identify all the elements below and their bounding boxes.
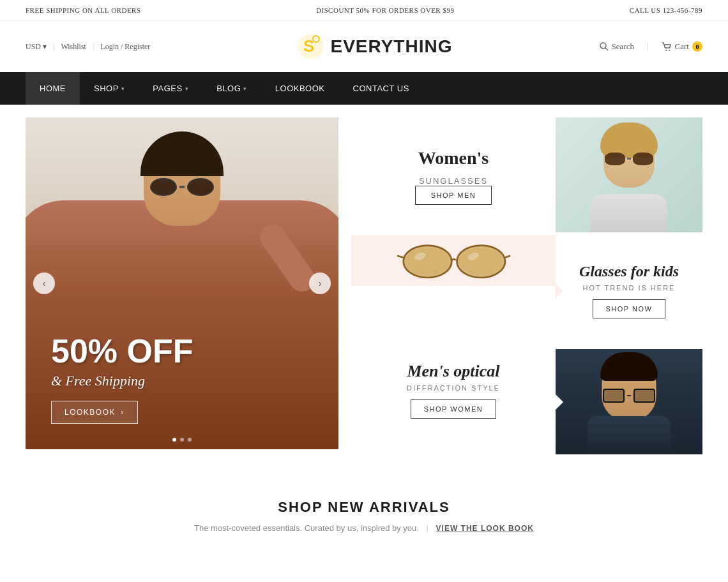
nav-shop[interactable]: SHOP ▾	[80, 72, 139, 105]
header: USD ▾ | Wishlist | Login / Register S EV…	[0, 21, 728, 72]
shop-men-button[interactable]: SHOP MEN	[415, 186, 492, 205]
kids-text-panel: Glasses for kids HOT TREND IS HERE SHOP …	[556, 235, 702, 347]
svg-point-10	[459, 248, 503, 275]
nav-lookbook[interactable]: LOOKBOOK	[261, 72, 339, 105]
shop-chevron: ▾	[121, 86, 125, 92]
header-divider: |	[647, 41, 649, 52]
pages-chevron: ▾	[185, 86, 189, 92]
topbar-left: FREE SHIPPING ON ALL ORDERS	[26, 6, 141, 14]
mens-arrow	[556, 394, 563, 410]
slider-dots	[172, 438, 192, 442]
mens-text-panel: Men's optical DIFFRACTION STYLE SHOP WOM…	[351, 349, 556, 431]
hero-section: 50% OFF & Free Shipping LOOKBOOK › ‹ ›	[0, 105, 728, 467]
svg-line-4	[605, 48, 608, 50]
logo[interactable]: S EVERYTHING	[297, 33, 452, 61]
women-title: Women's	[418, 148, 489, 168]
svg-point-6	[669, 50, 670, 51]
main-nav: HOME SHOP ▾ PAGES ▾ BLOG ▾ LOOKBOOK CONT…	[0, 72, 728, 105]
slider-image: 50% OFF & Free Shipping LOOKBOOK ›	[26, 117, 338, 449]
search-label: Search	[612, 41, 634, 52]
cart-label: Cart	[675, 41, 689, 52]
dot-1[interactable]	[172, 438, 176, 442]
nav-home[interactable]: HOME	[26, 72, 80, 105]
svg-point-8	[406, 248, 449, 275]
header-left: USD ▾ | Wishlist | Login / Register	[26, 42, 150, 52]
dot-3[interactable]	[188, 438, 192, 442]
blog-chevron: ▾	[243, 86, 247, 92]
view-lookbook-link[interactable]: VIEW THE LOOK BOOK	[436, 524, 534, 533]
wishlist-link[interactable]: Wishlist	[61, 42, 86, 52]
lookbook-arrow: ›	[121, 408, 125, 417]
cart-icon	[662, 42, 672, 51]
slider-prev[interactable]: ‹	[33, 272, 55, 294]
login-link[interactable]: Login / Register	[100, 42, 150, 52]
currency-chevron: ▾	[43, 42, 47, 52]
man-image	[556, 349, 702, 454]
nav-contact[interactable]: CONTACT US	[339, 72, 423, 105]
slider-text: 50% OFF & Free Shipping LOOKBOOK ›	[51, 334, 313, 424]
slider-next[interactable]: ›	[309, 272, 331, 294]
currency-label: USD	[26, 42, 41, 52]
lookbook-button[interactable]: LOOKBOOK ›	[51, 401, 138, 424]
kids-subtitle: HOT TREND IS HERE	[583, 284, 676, 292]
glasses-panel-wrapper	[351, 235, 556, 347]
search-area[interactable]: Search	[600, 41, 634, 52]
shop-women-button[interactable]: SHOP WOMEN	[411, 399, 496, 419]
search-icon	[600, 42, 609, 51]
svg-line-11	[397, 256, 404, 258]
top-bar: FREE SHIPPING ON ALL ORDERS DISCOUNT 50%…	[0, 0, 728, 21]
tagline-pipe: |	[427, 523, 428, 533]
glasses-panel	[351, 235, 556, 286]
logo-icon: S	[297, 33, 325, 61]
svg-line-12	[505, 256, 510, 258]
topbar-center: DISCOUNT 50% FOR ORDERS OVER $99	[316, 6, 455, 14]
logo-text: EVERYTHING	[330, 36, 452, 57]
women-text-panel: Women's SUNGLASSES SHOP MEN	[351, 117, 556, 232]
kids-title: Glasses for kids	[579, 263, 679, 280]
mens-row: Men's optical DIFFRACTION STYLE SHOP WOM…	[351, 349, 702, 454]
glasses-image	[396, 235, 511, 286]
shop-now-button[interactable]: SHOP NOW	[593, 299, 666, 318]
separator-1: |	[53, 42, 54, 52]
right-panels: Women's SUNGLASSES SHOP MEN	[338, 117, 702, 454]
nav-blog[interactable]: BLOG ▾	[202, 72, 261, 105]
dot-2[interactable]	[180, 438, 184, 442]
bottom-section: SHOP NEW ARRIVALS The most-coveted essen…	[0, 467, 728, 552]
tagline: The most-coveted essentials. Curated by …	[26, 523, 702, 533]
women-row: Women's SUNGLASSES SHOP MEN	[351, 117, 702, 232]
women-image	[556, 117, 702, 232]
man-image-panel	[556, 349, 702, 454]
cart-badge: 0	[692, 41, 702, 52]
currency-selector[interactable]: USD ▾	[26, 42, 47, 52]
mens-text-wrapper: Men's optical DIFFRACTION STYLE SHOP WOM…	[351, 349, 556, 454]
shop-arrivals-title: SHOP NEW ARRIVALS	[26, 499, 702, 516]
svg-point-3	[600, 43, 606, 48]
kids-row: Glasses for kids HOT TREND IS HERE SHOP …	[351, 235, 702, 347]
women-subtitle: SUNGLASSES	[419, 176, 488, 186]
tagline-text: The most-coveted essentials. Curated by …	[194, 523, 419, 533]
women-image-panel	[556, 117, 702, 232]
glasses-arrow	[556, 283, 563, 299]
svg-point-5	[665, 50, 667, 51]
topbar-right: CALL US 123-456-789	[630, 6, 702, 14]
mens-subtitle: DIFFRACTION STYLE	[407, 384, 500, 392]
mens-title: Men's optical	[407, 362, 499, 381]
nav-pages[interactable]: PAGES ▾	[139, 72, 202, 105]
discount-text: 50% OFF	[51, 334, 313, 368]
free-shipping-text: & Free Shipping	[51, 373, 313, 389]
separator-2: |	[93, 42, 94, 52]
cart-area[interactable]: Cart 0	[662, 41, 702, 52]
header-right: Search | Cart 0	[600, 41, 702, 52]
hero-slider: 50% OFF & Free Shipping LOOKBOOK › ‹ ›	[26, 117, 338, 449]
